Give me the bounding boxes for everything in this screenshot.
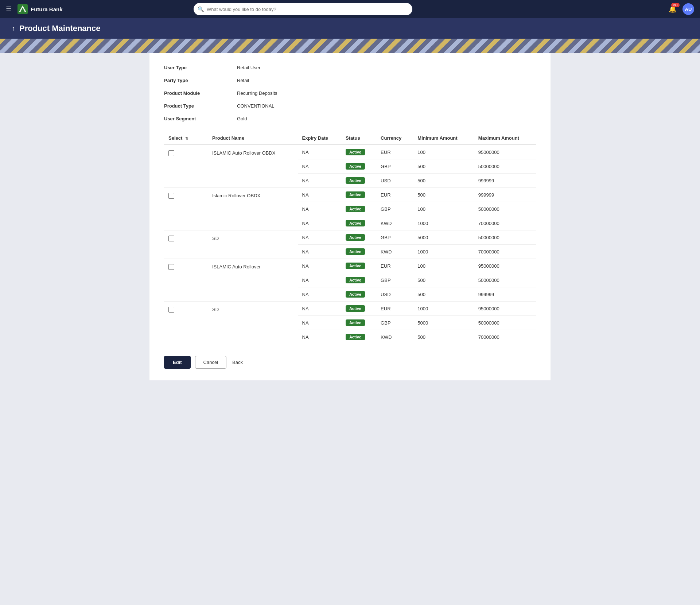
table-row: ISLAMIC Auto Rollover OBDXNAActiveEUR100… (164, 145, 536, 159)
col-minimum-amount: Minimum Amount (413, 132, 474, 145)
minimum-amount: 100 (413, 202, 474, 216)
info-section: User Type Retail User Party Type Retail … (164, 65, 536, 121)
row-checkbox[interactable] (168, 236, 174, 241)
currency: EUR (376, 145, 413, 159)
logo: Futura Bank (18, 4, 63, 14)
page-title-bar: ↑ Product Maintenance (0, 18, 700, 39)
maximum-amount: 95000000 (474, 302, 536, 316)
back-icon[interactable]: ↑ (12, 25, 15, 32)
user-type-row: User Type Retail User (164, 65, 536, 70)
maximum-amount: 70000000 (474, 245, 536, 259)
checkbox-cell (164, 259, 208, 302)
product-name-cell: SD (208, 230, 298, 259)
product-type-label: Product Type (164, 103, 237, 109)
col-product-name: Product Name (208, 132, 298, 145)
page-title: Product Maintenance (19, 24, 100, 33)
product-type-value: CONVENTIONAL (237, 103, 275, 109)
expiry-date: NA (298, 273, 341, 287)
status-badge: Active (346, 319, 365, 326)
minimum-amount: 5000 (413, 316, 474, 330)
minimum-amount: 500 (413, 330, 474, 344)
maximum-amount: 999999 (474, 188, 536, 202)
status-cell: Active (341, 188, 376, 202)
expiry-date: NA (298, 302, 341, 316)
currency: GBP (376, 230, 413, 245)
col-expiry-date: Expiry Date (298, 132, 341, 145)
status-cell: Active (341, 330, 376, 344)
expiry-date: NA (298, 216, 341, 230)
row-checkbox[interactable] (168, 307, 174, 313)
minimum-amount: 1000 (413, 302, 474, 316)
status-cell: Active (341, 273, 376, 287)
product-name-cell: Islamic Rollover OBDX (208, 188, 298, 230)
col-status: Status (341, 132, 376, 145)
table-row: ISLAMIC Auto RolloverNAActiveEUR10095000… (164, 259, 536, 273)
status-badge: Active (346, 334, 365, 340)
user-segment-label: User Segment (164, 116, 237, 121)
search-icon: 🔍 (198, 6, 204, 12)
cancel-button[interactable]: Cancel (195, 356, 226, 369)
menu-icon[interactable]: ☰ (6, 5, 12, 13)
status-badge: Active (346, 291, 365, 298)
row-checkbox[interactable] (168, 150, 174, 156)
expiry-date: NA (298, 174, 341, 188)
sort-icon: ⇅ (185, 136, 188, 140)
user-type-value: Retail User (237, 65, 260, 70)
currency: EUR (376, 259, 413, 273)
back-button[interactable]: Back (231, 356, 244, 368)
table-row: SDNAActiveEUR100095000000 (164, 302, 536, 316)
status-cell: Active (341, 202, 376, 216)
row-checkbox[interactable] (168, 264, 174, 270)
product-name-cell: ISLAMIC Auto Rollover OBDX (208, 145, 298, 188)
currency: KWD (376, 245, 413, 259)
currency: GBP (376, 273, 413, 287)
col-select: Select ⇅ (164, 132, 208, 145)
notification-bell[interactable]: 🔔 99+ (669, 5, 677, 13)
status-cell: Active (341, 174, 376, 188)
maximum-amount: 70000000 (474, 216, 536, 230)
maximum-amount: 50000000 (474, 230, 536, 245)
row-checkbox[interactable] (168, 193, 174, 199)
maximum-amount: 95000000 (474, 259, 536, 273)
header-right: 🔔 99+ AU (669, 3, 694, 15)
logo-icon (18, 4, 28, 14)
minimum-amount: 100 (413, 145, 474, 159)
user-type-label: User Type (164, 65, 237, 70)
status-cell: Active (341, 230, 376, 245)
maximum-amount: 50000000 (474, 159, 536, 174)
status-badge: Active (346, 206, 365, 212)
currency: KWD (376, 216, 413, 230)
status-badge: Active (346, 191, 365, 198)
expiry-date: NA (298, 202, 341, 216)
party-type-value: Retail (237, 78, 249, 83)
table-section: Select ⇅ Product Name Expiry Date Status… (164, 132, 536, 344)
product-type-row: Product Type CONVENTIONAL (164, 103, 536, 109)
header: ☰ Futura Bank 🔍 🔔 99+ AU (0, 0, 700, 18)
status-cell: Active (341, 159, 376, 174)
status-badge: Active (346, 234, 365, 241)
content-wrapper: User Type Retail User Party Type Retail … (0, 53, 700, 402)
expiry-date: NA (298, 330, 341, 344)
currency: GBP (376, 159, 413, 174)
maximum-amount: 50000000 (474, 273, 536, 287)
currency: GBP (376, 202, 413, 216)
checkbox-cell (164, 230, 208, 259)
edit-button[interactable]: Edit (164, 356, 191, 369)
status-cell: Active (341, 216, 376, 230)
status-badge: Active (346, 149, 365, 155)
minimum-amount: 500 (413, 188, 474, 202)
status-badge: Active (346, 263, 365, 269)
avatar[interactable]: AU (682, 3, 694, 15)
search-input[interactable] (194, 3, 412, 15)
minimum-amount: 5000 (413, 230, 474, 245)
product-name-cell: SD (208, 302, 298, 344)
expiry-date: NA (298, 259, 341, 273)
minimum-amount: 1000 (413, 245, 474, 259)
expiry-date: NA (298, 316, 341, 330)
currency: EUR (376, 302, 413, 316)
minimum-amount: 500 (413, 287, 474, 302)
expiry-date: NA (298, 188, 341, 202)
minimum-amount: 500 (413, 159, 474, 174)
status-badge: Active (346, 305, 365, 312)
table-row: Islamic Rollover OBDXNAActiveEUR50099999… (164, 188, 536, 202)
